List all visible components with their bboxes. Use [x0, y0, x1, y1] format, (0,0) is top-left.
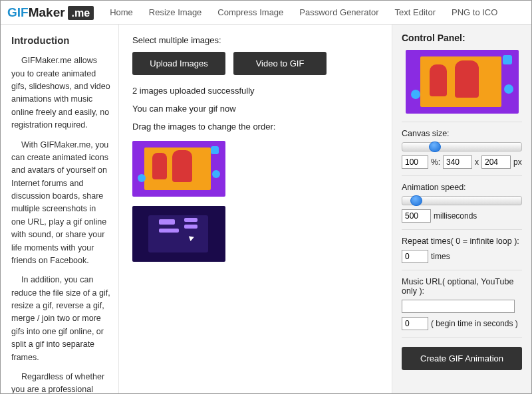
slider-knob[interactable]	[410, 195, 422, 206]
music-section: Music URL( optional, YouTube only ): ( b…	[402, 270, 522, 337]
upload-status: 2 images uploaded successfully	[132, 86, 381, 96]
thumbnail-1[interactable]	[132, 141, 225, 197]
canvas-width-input[interactable]	[443, 155, 472, 169]
intro-p1: GIFMaker.me allows you to create animate…	[11, 54, 110, 132]
intro-p3: In addition, you can reduce the file siz…	[11, 274, 110, 364]
control-panel-title: Control Panel:	[402, 33, 522, 43]
thumbnail-list	[132, 141, 381, 262]
speed-label: Animation speed:	[402, 183, 522, 192]
nav: Home Resize Image Compress Image Passwor…	[110, 7, 497, 17]
slider-knob[interactable]	[429, 142, 441, 152]
begin-suffix: ( begin time in seconds )	[431, 319, 518, 328]
intro-title: Introduction	[11, 33, 110, 48]
create-gif-button[interactable]: Create GIF Animation	[402, 347, 522, 370]
select-label: Select multiple images:	[132, 35, 381, 45]
ms-suffix: milliseconds	[434, 211, 477, 221]
repeat-suffix: times	[431, 252, 450, 261]
upload-images-button[interactable]: Upload Images	[132, 52, 225, 75]
speed-input[interactable]	[402, 209, 431, 223]
canvas-label: Canvas size:	[402, 129, 522, 138]
logo-maker: Maker	[29, 5, 65, 19]
drag-hint: Drag the images to change the order:	[132, 122, 381, 132]
canvas-percent-input[interactable]	[402, 155, 428, 169]
make-gif-hint: You can make your gif now	[132, 104, 381, 114]
control-panel: Control Panel: Canvas size: %: x px Anim…	[392, 25, 531, 393]
canvas-slider[interactable]	[402, 142, 522, 151]
x-sep: x	[475, 157, 479, 167]
logo[interactable]: GIFMaker.me	[7, 5, 94, 20]
canvas-height-input[interactable]	[481, 155, 511, 169]
video-to-gif-button[interactable]: Video to GIF	[233, 52, 327, 75]
music-url-input[interactable]	[402, 300, 515, 313]
nav-text-editor[interactable]: Text Editor	[395, 7, 436, 17]
preview-image	[406, 50, 519, 114]
logo-me: .me	[68, 6, 94, 20]
speed-slider[interactable]	[402, 196, 522, 205]
repeat-input[interactable]	[402, 250, 428, 263]
thumbnail-2[interactable]	[132, 206, 225, 262]
px-suffix: px	[513, 157, 522, 167]
speed-section: Animation speed: milliseconds	[402, 175, 522, 229]
intro-panel: Introduction GIFMaker.me allows you to c…	[1, 25, 119, 393]
app-frame: GIFMaker.me Home Resize Image Compress I…	[0, 0, 532, 394]
begin-time-input[interactable]	[402, 317, 428, 330]
nav-resize[interactable]: Resize Image	[149, 7, 201, 17]
logo-gif: GIF	[7, 5, 29, 19]
percent-suffix: %:	[431, 157, 440, 167]
intro-p2: With GIFMaker.me, you can create animate…	[11, 139, 110, 268]
topbar: GIFMaker.me Home Resize Image Compress I…	[1, 1, 531, 25]
intro-p4: Regardless of whether you are a professi…	[11, 371, 110, 393]
create-section: Create GIF Animation	[402, 337, 522, 377]
repeat-label: Repeat times( 0 = infinite loop ):	[402, 237, 522, 246]
nav-password[interactable]: Password Generator	[299, 7, 378, 17]
canvas-section: Canvas size: %: x px	[402, 122, 522, 175]
nav-compress[interactable]: Compress Image	[217, 7, 283, 17]
repeat-section: Repeat times( 0 = infinite loop ): times	[402, 229, 522, 270]
music-label: Music URL( optional, YouTube only ):	[402, 277, 522, 296]
nav-png-ico[interactable]: PNG to ICO	[452, 7, 497, 17]
nav-home[interactable]: Home	[110, 7, 133, 17]
main-panel: Select multiple images: Upload Images Vi…	[119, 25, 392, 393]
